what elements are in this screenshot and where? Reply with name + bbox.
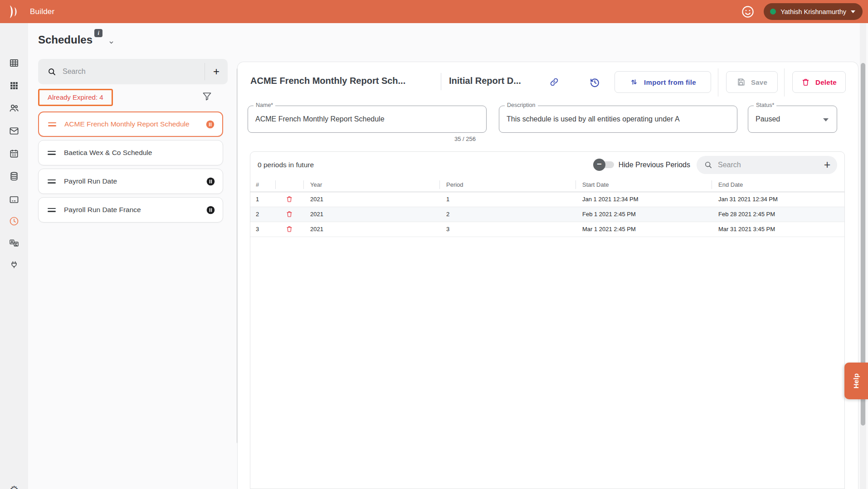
import-from-file-button[interactable]: Import from file	[614, 71, 711, 93]
pause-badge	[205, 120, 215, 129]
link-icon[interactable]	[549, 77, 559, 87]
period-cell: 1	[439, 192, 575, 207]
schedule-list: ACME French Monthly Report Schedule Baet…	[38, 111, 223, 223]
translate-icon[interactable]	[9, 237, 20, 248]
search-icon	[704, 160, 712, 169]
periods-search: +	[697, 156, 837, 174]
pause-badge	[206, 205, 215, 215]
mail-icon[interactable]	[9, 126, 20, 136]
periods-table: #YearPeriodStart DateEnd Date 1 20211Jan…	[250, 178, 844, 237]
name-input[interactable]	[248, 106, 486, 132]
column-header: Year	[303, 178, 439, 192]
icon-rail: ⚙	[0, 23, 28, 489]
toggle-label: Hide Previous Periods	[619, 161, 690, 169]
apps-grid-icon[interactable]	[9, 81, 19, 91]
schedule-item-label: ACME French Monthly Report Schedule	[64, 120, 205, 128]
period-cell: 3	[439, 222, 575, 237]
schedule-list-item[interactable]: Payroll Run Date	[38, 169, 223, 194]
status-select[interactable]: Status* Paused	[748, 106, 837, 133]
delete-button[interactable]: Delete	[792, 71, 846, 93]
sidebar-search: +	[38, 59, 228, 84]
delete-period-cell	[275, 222, 303, 237]
user-status-dot	[770, 9, 776, 15]
period-cell: 2021	[303, 222, 439, 237]
column-header: Start Date	[575, 178, 712, 192]
period-cell: 3	[250, 222, 275, 237]
period-cell: 2	[250, 207, 275, 222]
app-logo-icon	[6, 4, 23, 20]
chevron-down-icon[interactable]	[108, 39, 115, 46]
period-cell: Jan 1 2021 12:34 PM	[575, 192, 712, 207]
chevron-down-icon	[851, 10, 855, 13]
delete-period-icon[interactable]	[286, 195, 293, 203]
pause-badge	[206, 177, 215, 186]
divider	[784, 68, 785, 97]
search-icon	[47, 67, 56, 76]
column-header: Period	[439, 178, 575, 192]
delete-period-cell	[275, 207, 303, 222]
schedule-list-item[interactable]: Baetica Wex & Co Schedule	[38, 140, 223, 165]
drag-handle-icon[interactable]	[48, 122, 56, 126]
history-icon[interactable]	[589, 77, 600, 88]
period-row: 1 20211Jan 1 2021 12:34 PMJan 31 2021 12…	[250, 192, 844, 207]
schedule-detail-card: ACME French Monthly Report Sch... Initia…	[237, 62, 858, 489]
name-field: Name*	[248, 106, 487, 133]
schedule-item-label: Baetica Wex & Co Schedule	[64, 149, 223, 157]
save-icon	[736, 77, 746, 87]
schedule-item-label: Payroll Run Date	[64, 177, 206, 185]
period-cell: 2	[439, 207, 575, 222]
terminal-icon[interactable]	[9, 194, 20, 205]
periods-search-input[interactable]	[718, 161, 817, 169]
divider	[718, 68, 718, 97]
search-input[interactable]	[63, 68, 205, 76]
plug-icon[interactable]	[9, 260, 20, 270]
user-name: Yathish Krishnamurthy	[780, 8, 846, 15]
period-cell: Mar 31 2021 3:45 PM	[712, 222, 844, 237]
drag-handle-icon[interactable]	[48, 151, 56, 155]
column-header	[275, 178, 303, 192]
database-icon[interactable]	[9, 171, 20, 182]
delete-period-icon[interactable]	[286, 225, 293, 233]
app-title: Builder	[30, 7, 54, 16]
schedule-item-label: Payroll Run Date France	[64, 206, 206, 214]
description-label: Description	[505, 102, 538, 108]
detail-title-row: ACME French Monthly Report Sch... Initia…	[238, 62, 858, 100]
already-expired-chip[interactable]: Already Expired: 4	[38, 89, 113, 106]
dropdown-arrow-icon	[823, 118, 829, 121]
save-button[interactable]: Save	[726, 71, 778, 93]
delete-period-icon[interactable]	[286, 210, 293, 218]
info-badge-icon[interactable]: i	[94, 29, 102, 37]
import-export-icon	[629, 77, 639, 87]
drag-handle-icon[interactable]	[48, 208, 56, 212]
schedule-list-item[interactable]: ACME French Monthly Report Schedule	[38, 111, 223, 137]
filter-icon[interactable]	[202, 91, 212, 102]
table-header-row: #YearPeriodStart DateEnd Date	[250, 178, 844, 192]
clock-icon[interactable]	[9, 216, 20, 227]
feedback-smiley-icon[interactable]	[740, 4, 756, 19]
calendar-icon[interactable]	[9, 149, 20, 159]
column-header: End Date	[712, 178, 844, 192]
schedule-list-item[interactable]: Payroll Run Date France	[38, 197, 223, 223]
add-period-button[interactable]: +	[817, 158, 837, 171]
period-cell: Mar 1 2021 2:45 PM	[575, 222, 712, 237]
period-cell: Jan 31 2021 12:34 PM	[712, 192, 844, 207]
description-input[interactable]	[499, 106, 737, 132]
hide-previous-periods-toggle[interactable]: −	[596, 161, 614, 168]
period-cell: Feb 28 2021 2:45 PM	[712, 207, 844, 222]
description-field: Description	[499, 106, 737, 133]
char-counter: 35 / 256	[248, 136, 487, 142]
schedule-title: ACME French Monthly Report Sch...	[250, 76, 405, 86]
period-row: 3 20213Mar 1 2021 2:45 PMMar 31 2021 3:4…	[250, 222, 844, 237]
table-icon[interactable]	[9, 58, 20, 68]
help-tab[interactable]: Help	[844, 363, 868, 399]
trash-icon	[801, 78, 810, 87]
period-cell: Feb 1 2021 2:45 PM	[575, 207, 712, 222]
add-schedule-button[interactable]: +	[205, 65, 228, 78]
period-cell: 2021	[303, 192, 439, 207]
filter-row: Already Expired: 4	[38, 89, 223, 106]
periods-summary: 0 periods in future	[258, 161, 596, 169]
gear-icon[interactable]: ⚙	[10, 485, 19, 489]
drag-handle-icon[interactable]	[48, 179, 56, 184]
people-icon[interactable]	[9, 103, 20, 114]
user-menu[interactable]: Yathish Krishnamurthy	[764, 3, 863, 20]
